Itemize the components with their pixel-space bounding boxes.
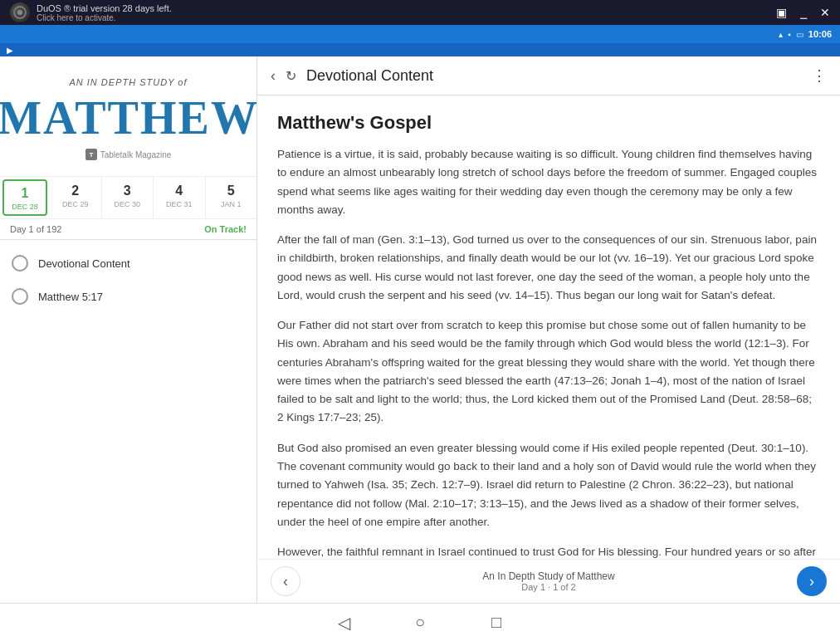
android-recent-button[interactable]: □: [483, 609, 510, 636]
more-options-button[interactable]: ⋮: [812, 66, 827, 85]
svg-text:T: T: [89, 151, 93, 159]
article-paragraphs: Patience is a virtue, it is said, probab…: [277, 145, 820, 559]
minimize-button[interactable]: ⎯: [800, 6, 807, 19]
day-number: 1: [22, 186, 29, 201]
day-progress: Day 1 of 192 On Track!: [0, 219, 256, 239]
left-panel: AN IN DEPTH STUDY of MATThew T Tabletalk…: [0, 56, 257, 603]
lesson-radio: [12, 288, 28, 305]
publisher-logo-icon: T: [85, 149, 97, 160]
svg-point-1: [17, 10, 22, 15]
lesson-list: Devotional ContentMatthew 5:17: [0, 240, 256, 603]
wifi-icon: ▴: [779, 30, 783, 39]
day-label: DEC 28: [12, 203, 38, 211]
close-button[interactable]: ✕: [820, 6, 830, 19]
book-cover: AN IN DEPTH STUDY of MATThew T Tabletalk…: [0, 56, 256, 177]
day-label: DEC 31: [166, 200, 193, 208]
reading-bottom: ‹ An In Depth Study of Matthew Day 1 · 1…: [257, 559, 840, 603]
maximize-button[interactable]: ▣: [776, 6, 787, 19]
day-item[interactable]: 5JAN 1: [206, 177, 257, 218]
signal-icon: ▪: [788, 30, 791, 39]
play-bar: ▶: [0, 43, 840, 56]
header-title: Devotional Content: [306, 67, 802, 85]
lesson-item[interactable]: Devotional Content: [0, 247, 256, 280]
day-number: 2: [71, 183, 79, 198]
status-time: 10:06: [808, 29, 832, 39]
day-label: DEC 29: [62, 200, 89, 208]
lesson-item[interactable]: Matthew 5:17: [0, 280, 256, 313]
publisher-name: Tabletalk Magazine: [100, 150, 172, 159]
days-nav: 1DEC 282DEC 293DEC 304DEC 315JAN 1 Day 1…: [0, 177, 256, 240]
progress-text: Day 1 of 192: [10, 224, 61, 234]
article-paragraph: After the fall of man (Gen. 3:1–13), God…: [277, 231, 820, 305]
day-label: JAN 1: [221, 200, 242, 208]
right-panel: ‹ ↻ Devotional Content ⋮ Matthew's Gospe…: [257, 56, 840, 603]
on-track-text: On Track!: [204, 224, 247, 234]
system-bar-right: ▣ ⎯ ✕: [776, 6, 830, 19]
day-item[interactable]: 4DEC 31: [154, 177, 206, 218]
day-number: 4: [175, 183, 183, 198]
prev-page-button[interactable]: ‹: [271, 566, 300, 596]
android-home-button[interactable]: ○: [407, 609, 433, 636]
next-page-button[interactable]: ›: [797, 566, 827, 596]
refresh-icon[interactable]: ↻: [286, 68, 296, 84]
lesson-radio: [12, 255, 28, 272]
article-paragraph: However, the faithful remnant in Israel …: [277, 543, 820, 559]
day-number: 5: [227, 183, 235, 198]
day-label: DEC 30: [114, 200, 140, 208]
system-bar: DuOS ® trial version 28 days left. Click…: [0, 0, 840, 25]
book-publisher: T Tabletalk Magazine: [85, 149, 172, 160]
footer-page: Day 1 · 1 of 2: [300, 582, 797, 592]
lesson-label: Devotional Content: [38, 257, 130, 270]
android-nav-bar: ◁ ○ □: [0, 603, 840, 641]
android-status-bar: ▴ ▪ ▭ 10:06: [0, 25, 840, 43]
day-number: 3: [124, 183, 131, 198]
article-heading: Matthew's Gospel: [277, 112, 820, 134]
article-paragraph: Patience is a virtue, it is said, probab…: [277, 145, 820, 219]
main-content: AN IN DEPTH STUDY of MATThew T Tabletalk…: [0, 56, 840, 603]
back-button[interactable]: ‹: [271, 67, 276, 85]
day-item[interactable]: 2DEC 29: [50, 177, 102, 218]
book-subtitle: AN IN DEPTH STUDY of: [69, 77, 187, 87]
android-back-button[interactable]: ◁: [330, 609, 357, 636]
battery-icon: ▭: [796, 30, 803, 39]
footer-title: An In Depth Study of Matthew: [300, 570, 797, 582]
duos-trial-text[interactable]: DuOS ® trial version 28 days left. Click…: [37, 3, 172, 22]
footer-info: An In Depth Study of Matthew Day 1 · 1 o…: [300, 570, 797, 592]
article-paragraph: Our Father did not start over from scrat…: [277, 316, 820, 428]
days-row: 1DEC 282DEC 293DEC 304DEC 315JAN 1: [0, 177, 256, 219]
duos-logo: [10, 2, 30, 22]
system-bar-left: DuOS ® trial version 28 days left. Click…: [10, 2, 172, 22]
article-content[interactable]: Matthew's Gospel Patience is a virtue, i…: [257, 95, 840, 559]
play-icon[interactable]: ▶: [7, 46, 13, 55]
lesson-label: Matthew 5:17: [38, 291, 103, 303]
article-paragraph: But God also promised an even greater bl…: [277, 439, 820, 531]
book-title: MATThew: [0, 91, 259, 142]
content-header: ‹ ↻ Devotional Content ⋮: [257, 56, 840, 95]
day-item[interactable]: 3DEC 30: [102, 177, 154, 218]
day-item[interactable]: 1DEC 28: [2, 179, 47, 216]
